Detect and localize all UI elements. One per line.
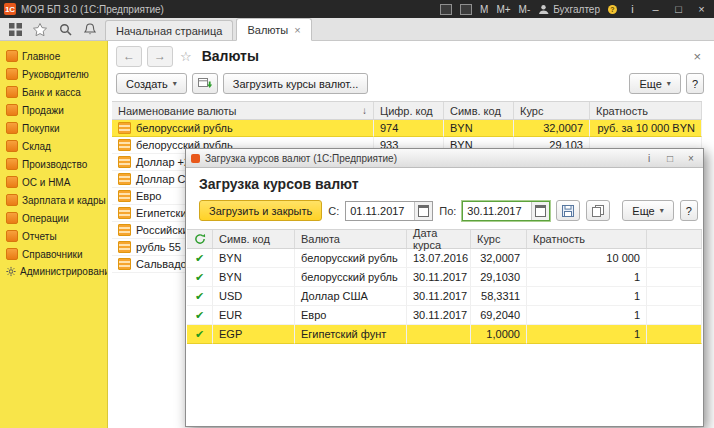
chevron-down-icon: ▾ [660, 206, 664, 215]
titlebar-tool-icon-2[interactable] [460, 4, 472, 15]
memory-store-button[interactable]: M [480, 4, 488, 15]
rates-row[interactable]: ✔ EUR Евро 30.11.2017 69,2040 1 [187, 306, 702, 325]
sort-desc-icon: ↓ [362, 105, 367, 116]
sidebar-item-directories[interactable]: Справочники [0, 245, 107, 263]
rates-row[interactable]: ✔ EGP Египетский фунт 1,0000 1 [187, 325, 702, 344]
dialog-help-button[interactable]: ? [680, 200, 698, 221]
memory-add-button[interactable]: M+ [496, 4, 510, 15]
close-page-button[interactable]: × [690, 49, 704, 64]
column-header-sym[interactable]: Симв. код [213, 230, 295, 248]
titlebar-tools: M M+ M- Бухгалтер ? i – □ × [440, 3, 714, 15]
row-checkbox[interactable]: ✔ [187, 249, 213, 268]
currency-icon [118, 173, 131, 185]
dialog-titlebar[interactable]: Загрузка курсов валют (1С:Предприятие) i… [186, 149, 703, 168]
sidebar-item-sales[interactable]: Продажи [0, 101, 107, 119]
chevron-down-icon: ▾ [667, 79, 671, 88]
dialog-more-button[interactable]: Еще ▾ [622, 200, 673, 221]
section-icon [6, 122, 18, 134]
close-window-button[interactable]: × [694, 3, 709, 15]
tab-label: Начальная страница [116, 25, 222, 37]
currency-icon [118, 122, 131, 134]
column-header-sym-code[interactable]: Симв. код [444, 102, 514, 119]
menu-grid-icon[interactable] [4, 20, 26, 39]
tab-home[interactable]: Начальная страница [105, 20, 233, 41]
favorites-star-icon[interactable] [29, 20, 51, 39]
dialog-app-icon [191, 154, 200, 163]
forward-button[interactable]: → [147, 46, 173, 67]
rates-row[interactable]: ✔ BYN белорусский рубль 30.11.2017 29,10… [187, 268, 702, 287]
sidebar-item-fixed-assets[interactable]: ОС и НМА [0, 173, 107, 191]
more-button[interactable]: Еще ▾ [629, 73, 680, 94]
notifications-bell-icon[interactable] [79, 20, 101, 39]
rates-row[interactable]: ✔ BYN белорусский рубль 13.07.2016 32,00… [187, 249, 702, 268]
date-to-input[interactable] [463, 202, 531, 220]
column-header-rate[interactable]: Курс [471, 230, 527, 248]
tab-bar: Начальная страница Валюты × [0, 18, 714, 41]
maximize-button[interactable]: □ [671, 3, 686, 15]
titlebar-tool-icon-1[interactable] [440, 4, 452, 15]
section-icon [6, 194, 18, 206]
rates-row[interactable]: ✔ USD Доллар США 30.11.2017 58,3311 1 [187, 287, 702, 306]
column-header-currency[interactable]: Валюта [295, 230, 407, 248]
column-header-mult[interactable]: Кратность [527, 230, 647, 248]
memory-subtract-button[interactable]: M- [519, 4, 531, 15]
info-icon[interactable]: i [625, 3, 640, 15]
row-checkbox[interactable]: ✔ [187, 287, 213, 306]
date-to-label: По: [439, 205, 456, 217]
date-to-field [462, 201, 550, 221]
load-rates-button[interactable]: Загрузить курсы валют... [223, 73, 368, 94]
column-header-date[interactable]: Дата курса [407, 230, 471, 248]
search-icon[interactable] [54, 20, 76, 39]
date-from-field [345, 201, 433, 221]
sidebar-item-administration[interactable]: Администрирование [0, 263, 107, 280]
refresh-column-header[interactable] [187, 230, 213, 248]
sections-sidebar: Главное Руководителю Банк и касса Продаж… [0, 40, 108, 428]
table-row[interactable]: белорусский рубль 974 BYN 32,0007 руб. з… [112, 120, 702, 137]
sidebar-item-production[interactable]: Производство [0, 155, 107, 173]
row-checkbox[interactable]: ✔ [187, 268, 213, 287]
calendar-icon[interactable] [531, 202, 549, 220]
copy-icon [592, 205, 604, 217]
column-header-rate[interactable]: Курс [514, 102, 590, 119]
back-button[interactable]: ← [116, 46, 142, 67]
person-icon [538, 4, 549, 15]
dialog-maximize-button[interactable]: □ [663, 153, 677, 164]
column-header-num-code[interactable]: Цифр. код [374, 102, 444, 119]
help-button[interactable]: ? [686, 73, 704, 94]
section-icon [6, 158, 18, 170]
tab-close-icon[interactable]: × [294, 24, 300, 36]
sidebar-item-operations[interactable]: Операции [0, 209, 107, 227]
sidebar-item-main[interactable]: Главное [0, 47, 107, 65]
row-checkbox[interactable]: ✔ [187, 306, 213, 325]
create-button[interactable]: Создать ▾ [116, 73, 187, 94]
help-bubble-icon[interactable]: ? [608, 5, 617, 14]
sidebar-item-salary-hr[interactable]: Зарплата и кадры [0, 191, 107, 209]
tab-currencies[interactable]: Валюты × [236, 18, 311, 41]
column-header-name[interactable]: Наименование валюты ↓ [112, 102, 374, 119]
copy-icon-button[interactable] [586, 200, 610, 221]
user-name: Бухгалтер [553, 4, 600, 15]
favorite-star-icon[interactable]: ☆ [180, 49, 192, 64]
page-toolbar: Создать ▾ Загрузить курсы валют... Еще ▾… [108, 70, 714, 101]
dialog-titlebar-buttons: i □ × [642, 153, 698, 164]
sidebar-item-warehouse[interactable]: Склад [0, 137, 107, 155]
dialog-info-icon[interactable]: i [642, 153, 656, 164]
calendar-icon[interactable] [414, 202, 432, 220]
page-nav-row: ← → ☆ Валюты × [108, 40, 714, 70]
load-rates-dialog: Загрузка курсов валют (1С:Предприятие) i… [185, 148, 704, 427]
dialog-close-button[interactable]: × [684, 153, 698, 164]
copy-item-icon-button[interactable] [192, 73, 218, 94]
column-header-mult[interactable]: Кратность [590, 102, 702, 119]
sidebar-item-manager[interactable]: Руководителю [0, 65, 107, 83]
save-settings-icon-button[interactable] [556, 200, 580, 221]
sidebar-item-bank-cash[interactable]: Банк и касса [0, 83, 107, 101]
date-from-input[interactable] [346, 202, 414, 220]
row-checkbox[interactable]: ✔ [187, 325, 213, 344]
minimize-button[interactable]: – [648, 3, 663, 15]
sidebar-item-reports[interactable]: Отчеты [0, 227, 107, 245]
load-and-close-button[interactable]: Загрузить и закрыть [199, 200, 322, 221]
sidebar-item-purchases[interactable]: Покупки [0, 119, 107, 137]
current-user[interactable]: Бухгалтер [538, 4, 600, 15]
dialog-toolbar: Загрузить и закрыть С: По: Еще ▾ ? [186, 197, 703, 229]
table-header-row: Наименование валюты ↓ Цифр. код Симв. ко… [112, 101, 702, 120]
